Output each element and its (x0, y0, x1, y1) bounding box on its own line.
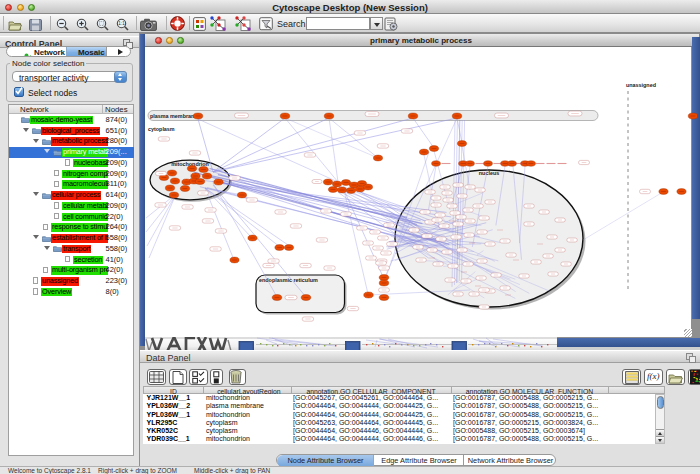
svg-text:1:1: 1:1 (118, 21, 125, 26)
svg-text:plasma membrane: plasma membrane (150, 113, 197, 119)
svg-text:endoplasmic reticulum: endoplasmic reticulum (259, 277, 318, 283)
svg-text:unassigned: unassigned (626, 82, 656, 88)
svg-text:nucleus: nucleus (479, 170, 499, 176)
svg-text:cytoplasm: cytoplasm (148, 126, 175, 132)
